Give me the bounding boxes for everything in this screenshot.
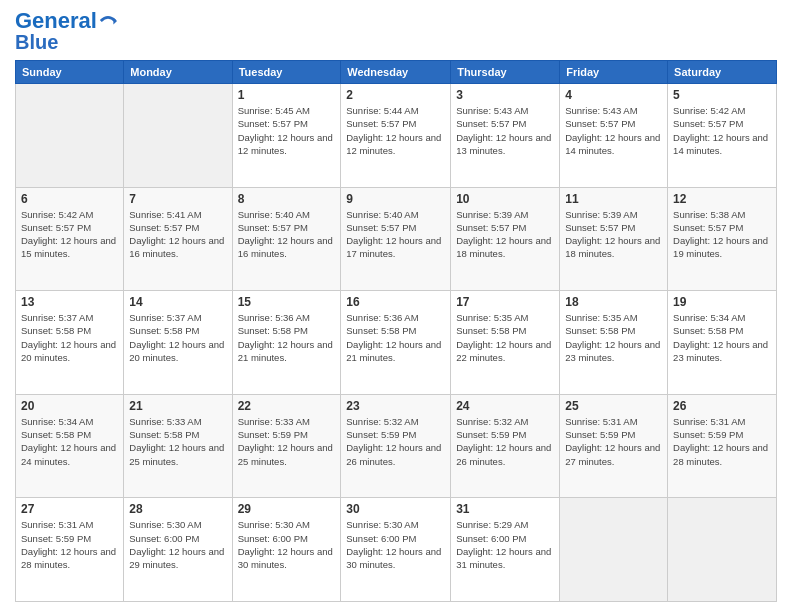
calendar-cell: 11Sunrise: 5:39 AM Sunset: 5:57 PM Dayli… [560,187,668,291]
calendar-cell: 7Sunrise: 5:41 AM Sunset: 5:57 PM Daylig… [124,187,232,291]
day-number: 5 [673,88,771,102]
day-info: Sunrise: 5:29 AM Sunset: 6:00 PM Dayligh… [456,518,554,571]
day-number: 17 [456,295,554,309]
day-number: 31 [456,502,554,516]
day-number: 6 [21,192,118,206]
day-info: Sunrise: 5:40 AM Sunset: 5:57 PM Dayligh… [346,208,445,261]
day-number: 9 [346,192,445,206]
day-number: 25 [565,399,662,413]
calendar-cell: 23Sunrise: 5:32 AM Sunset: 5:59 PM Dayli… [341,394,451,498]
calendar-cell: 29Sunrise: 5:30 AM Sunset: 6:00 PM Dayli… [232,498,341,602]
logo-text: General [15,10,97,32]
calendar-cell: 28Sunrise: 5:30 AM Sunset: 6:00 PM Dayli… [124,498,232,602]
day-number: 7 [129,192,226,206]
day-info: Sunrise: 5:36 AM Sunset: 5:58 PM Dayligh… [238,311,336,364]
week-row-1: 1Sunrise: 5:45 AM Sunset: 5:57 PM Daylig… [16,84,777,188]
weekday-header-wednesday: Wednesday [341,61,451,84]
weekday-header-row: SundayMondayTuesdayWednesdayThursdayFrid… [16,61,777,84]
calendar-cell: 8Sunrise: 5:40 AM Sunset: 5:57 PM Daylig… [232,187,341,291]
day-info: Sunrise: 5:35 AM Sunset: 5:58 PM Dayligh… [565,311,662,364]
day-info: Sunrise: 5:33 AM Sunset: 5:59 PM Dayligh… [238,415,336,468]
calendar-cell: 13Sunrise: 5:37 AM Sunset: 5:58 PM Dayli… [16,291,124,395]
calendar-cell [560,498,668,602]
day-number: 2 [346,88,445,102]
calendar-cell: 20Sunrise: 5:34 AM Sunset: 5:58 PM Dayli… [16,394,124,498]
calendar-cell: 25Sunrise: 5:31 AM Sunset: 5:59 PM Dayli… [560,394,668,498]
logo-text-blue: Blue [15,32,117,52]
calendar-cell [124,84,232,188]
day-number: 20 [21,399,118,413]
day-info: Sunrise: 5:31 AM Sunset: 5:59 PM Dayligh… [21,518,118,571]
day-number: 26 [673,399,771,413]
day-info: Sunrise: 5:31 AM Sunset: 5:59 PM Dayligh… [565,415,662,468]
day-number: 3 [456,88,554,102]
calendar-cell: 21Sunrise: 5:33 AM Sunset: 5:58 PM Dayli… [124,394,232,498]
calendar-cell: 12Sunrise: 5:38 AM Sunset: 5:57 PM Dayli… [668,187,777,291]
day-number: 16 [346,295,445,309]
calendar-cell: 10Sunrise: 5:39 AM Sunset: 5:57 PM Dayli… [451,187,560,291]
calendar-cell: 4Sunrise: 5:43 AM Sunset: 5:57 PM Daylig… [560,84,668,188]
calendar-cell: 22Sunrise: 5:33 AM Sunset: 5:59 PM Dayli… [232,394,341,498]
calendar-cell: 16Sunrise: 5:36 AM Sunset: 5:58 PM Dayli… [341,291,451,395]
day-number: 29 [238,502,336,516]
day-number: 12 [673,192,771,206]
calendar-cell: 30Sunrise: 5:30 AM Sunset: 6:00 PM Dayli… [341,498,451,602]
day-info: Sunrise: 5:43 AM Sunset: 5:57 PM Dayligh… [565,104,662,157]
page: General Blue SundayMondayTuesdayWednesda… [0,0,792,612]
calendar-table: SundayMondayTuesdayWednesdayThursdayFrid… [15,60,777,602]
day-info: Sunrise: 5:32 AM Sunset: 5:59 PM Dayligh… [456,415,554,468]
logo-icon [99,12,117,30]
svg-marker-0 [113,17,117,24]
header: General Blue [15,10,777,52]
calendar-cell [16,84,124,188]
day-number: 23 [346,399,445,413]
weekday-header-friday: Friday [560,61,668,84]
logo: General Blue [15,10,117,52]
calendar-cell: 6Sunrise: 5:42 AM Sunset: 5:57 PM Daylig… [16,187,124,291]
week-row-4: 20Sunrise: 5:34 AM Sunset: 5:58 PM Dayli… [16,394,777,498]
day-info: Sunrise: 5:33 AM Sunset: 5:58 PM Dayligh… [129,415,226,468]
day-number: 1 [238,88,336,102]
day-info: Sunrise: 5:39 AM Sunset: 5:57 PM Dayligh… [456,208,554,261]
day-info: Sunrise: 5:38 AM Sunset: 5:57 PM Dayligh… [673,208,771,261]
day-number: 30 [346,502,445,516]
calendar-cell: 15Sunrise: 5:36 AM Sunset: 5:58 PM Dayli… [232,291,341,395]
calendar-cell: 2Sunrise: 5:44 AM Sunset: 5:57 PM Daylig… [341,84,451,188]
day-info: Sunrise: 5:37 AM Sunset: 5:58 PM Dayligh… [129,311,226,364]
day-info: Sunrise: 5:43 AM Sunset: 5:57 PM Dayligh… [456,104,554,157]
day-number: 19 [673,295,771,309]
weekday-header-saturday: Saturday [668,61,777,84]
day-number: 18 [565,295,662,309]
day-number: 10 [456,192,554,206]
day-info: Sunrise: 5:36 AM Sunset: 5:58 PM Dayligh… [346,311,445,364]
day-info: Sunrise: 5:34 AM Sunset: 5:58 PM Dayligh… [21,415,118,468]
day-info: Sunrise: 5:42 AM Sunset: 5:57 PM Dayligh… [673,104,771,157]
weekday-header-thursday: Thursday [451,61,560,84]
day-info: Sunrise: 5:30 AM Sunset: 6:00 PM Dayligh… [346,518,445,571]
calendar-cell: 3Sunrise: 5:43 AM Sunset: 5:57 PM Daylig… [451,84,560,188]
day-number: 22 [238,399,336,413]
calendar-cell: 1Sunrise: 5:45 AM Sunset: 5:57 PM Daylig… [232,84,341,188]
day-info: Sunrise: 5:37 AM Sunset: 5:58 PM Dayligh… [21,311,118,364]
weekday-header-monday: Monday [124,61,232,84]
day-info: Sunrise: 5:40 AM Sunset: 5:57 PM Dayligh… [238,208,336,261]
day-number: 8 [238,192,336,206]
day-info: Sunrise: 5:41 AM Sunset: 5:57 PM Dayligh… [129,208,226,261]
day-info: Sunrise: 5:45 AM Sunset: 5:57 PM Dayligh… [238,104,336,157]
day-number: 13 [21,295,118,309]
calendar-cell: 5Sunrise: 5:42 AM Sunset: 5:57 PM Daylig… [668,84,777,188]
day-number: 11 [565,192,662,206]
calendar-cell: 14Sunrise: 5:37 AM Sunset: 5:58 PM Dayli… [124,291,232,395]
calendar-cell: 26Sunrise: 5:31 AM Sunset: 5:59 PM Dayli… [668,394,777,498]
day-info: Sunrise: 5:39 AM Sunset: 5:57 PM Dayligh… [565,208,662,261]
day-number: 15 [238,295,336,309]
day-info: Sunrise: 5:30 AM Sunset: 6:00 PM Dayligh… [238,518,336,571]
day-info: Sunrise: 5:42 AM Sunset: 5:57 PM Dayligh… [21,208,118,261]
calendar-cell [668,498,777,602]
day-number: 21 [129,399,226,413]
day-info: Sunrise: 5:32 AM Sunset: 5:59 PM Dayligh… [346,415,445,468]
day-number: 14 [129,295,226,309]
day-info: Sunrise: 5:31 AM Sunset: 5:59 PM Dayligh… [673,415,771,468]
day-info: Sunrise: 5:44 AM Sunset: 5:57 PM Dayligh… [346,104,445,157]
weekday-header-tuesday: Tuesday [232,61,341,84]
